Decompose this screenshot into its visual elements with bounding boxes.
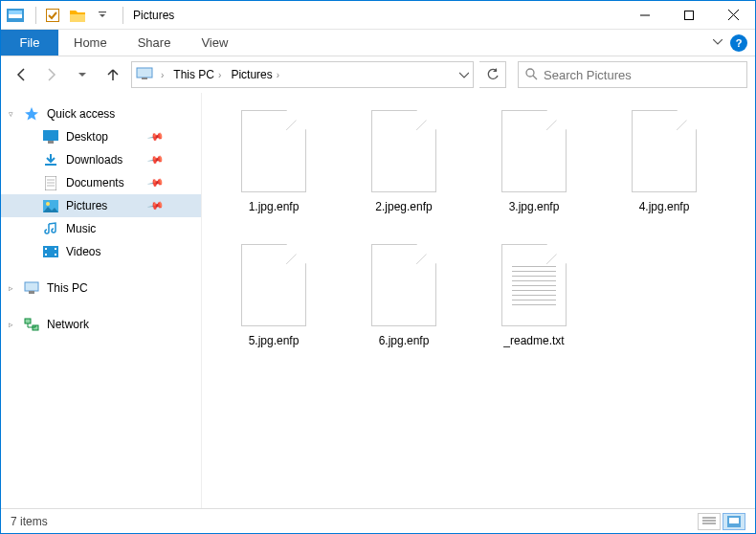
breadcrumb[interactable]: › — [159, 70, 166, 80]
breadcrumb-pictures[interactable]: Pictures› — [229, 68, 281, 81]
qat-dropdown-icon[interactable] — [92, 5, 113, 26]
file-item[interactable]: _readme.txt — [472, 244, 596, 368]
pin-icon: 📌 — [147, 128, 166, 146]
file-label: 5.jpg.enfp — [249, 334, 300, 347]
pictures-icon — [43, 198, 58, 213]
svg-point-11 — [526, 69, 534, 77]
window-controls — [623, 1, 755, 30]
pc-icon — [136, 67, 153, 83]
svg-rect-4 — [99, 11, 106, 12]
svg-rect-23 — [45, 248, 47, 250]
sidebar-quick-access[interactable]: ▿ Quick access — [1, 102, 201, 125]
svg-rect-10 — [142, 78, 147, 79]
help-icon[interactable]: ? — [730, 34, 747, 52]
properties-checkbox-icon[interactable] — [42, 5, 63, 26]
file-item[interactable]: 5.jpg.enfp — [211, 244, 336, 368]
qat-divider — [35, 7, 36, 24]
music-icon — [43, 221, 58, 236]
file-item[interactable]: 4.jpg.enfp — [602, 110, 726, 234]
file-tab[interactable]: File — [1, 30, 58, 56]
body: ▿ Quick access Desktop 📌 Downloads 📌 Doc… — [1, 93, 755, 508]
sidebar-item-videos[interactable]: Videos — [1, 240, 201, 263]
desktop-icon — [43, 129, 58, 145]
tab-share[interactable]: Share — [122, 30, 187, 56]
svg-rect-27 — [25, 282, 38, 291]
unknown-file-icon — [241, 110, 306, 192]
sidebar-item-music[interactable]: Music — [1, 217, 201, 240]
file-item[interactable]: 3.jpg.enfp — [472, 110, 596, 234]
unknown-file-icon — [371, 110, 436, 192]
view-toggle — [698, 513, 745, 530]
svg-rect-38 — [729, 518, 739, 523]
unknown-file-icon — [632, 110, 697, 192]
sidebar-network[interactable]: ▹ Network — [1, 313, 201, 336]
file-item[interactable]: 2.jpeg.enfp — [342, 110, 466, 234]
file-item[interactable]: 1.jpg.enfp — [211, 110, 336, 234]
file-label: _readme.txt — [503, 334, 564, 347]
sidebar-item-label: Network — [47, 318, 89, 331]
unknown-file-icon — [371, 244, 436, 326]
maximize-button[interactable] — [667, 1, 711, 30]
refresh-button[interactable] — [479, 61, 506, 88]
sidebar-item-label: Pictures — [66, 199, 107, 212]
documents-icon — [43, 175, 58, 190]
sidebar-this-pc[interactable]: ▹ This PC — [1, 277, 201, 300]
svg-rect-3 — [47, 9, 59, 21]
thumbnails-view-button[interactable] — [723, 513, 745, 530]
file-label: 1.jpg.enfp — [249, 200, 300, 213]
ribbon: File Home Share View ? — [1, 30, 755, 56]
tab-view[interactable]: View — [186, 30, 243, 56]
sidebar-item-label: This PC — [47, 281, 88, 295]
title-bar: Pictures — [1, 1, 755, 30]
content-area[interactable]: 1.jpg.enfp2.jpeg.enfp3.jpg.enfp4.jpg.enf… — [202, 93, 755, 508]
breadcrumb-this-pc[interactable]: This PC› — [171, 68, 223, 81]
file-item[interactable]: 6.jpg.enfp — [342, 244, 466, 368]
pin-icon: 📌 — [147, 151, 166, 169]
downloads-icon — [43, 152, 58, 167]
search-input[interactable] — [544, 68, 741, 82]
up-button[interactable] — [100, 62, 125, 87]
expand-ribbon-icon[interactable] — [713, 36, 723, 50]
minimize-button[interactable] — [623, 1, 667, 30]
sidebar-item-desktop[interactable]: Desktop 📌 — [1, 125, 201, 148]
details-view-button[interactable] — [698, 513, 721, 530]
tab-home[interactable]: Home — [58, 30, 122, 56]
recent-locations-icon[interactable] — [70, 62, 95, 87]
address-bar[interactable]: › This PC› Pictures› — [131, 61, 474, 88]
svg-rect-14 — [48, 141, 54, 144]
sidebar-item-label: Music — [66, 222, 96, 235]
window-title: Pictures — [133, 9, 174, 22]
chevron-right-icon: ▹ — [9, 320, 13, 329]
chevron-down-icon: ▿ — [9, 109, 13, 119]
sidebar-item-pictures[interactable]: Pictures 📌 — [1, 194, 201, 217]
svg-rect-28 — [29, 291, 34, 294]
text-file-icon — [501, 244, 567, 326]
file-label: 4.jpg.enfp — [639, 200, 690, 213]
ribbon-right: ? — [713, 30, 755, 56]
file-label: 3.jpg.enfp — [509, 200, 560, 213]
sidebar-item-label: Desktop — [66, 130, 108, 144]
sidebar-item-label: Documents — [66, 176, 124, 189]
svg-rect-15 — [45, 164, 56, 166]
chevron-right-icon: › — [277, 70, 279, 80]
forward-button[interactable] — [39, 62, 64, 87]
chevron-right-icon: › — [218, 70, 221, 80]
close-button[interactable] — [711, 1, 755, 30]
chevron-right-icon: › — [161, 70, 164, 80]
pc-icon — [24, 280, 39, 296]
explorer-icon[interactable] — [5, 5, 26, 26]
unknown-file-icon — [241, 244, 306, 326]
search-box[interactable] — [518, 61, 747, 88]
address-dropdown-icon[interactable] — [459, 68, 469, 81]
sidebar-item-documents[interactable]: Documents 📌 — [1, 171, 201, 194]
sidebar-item-label: Downloads — [66, 153, 122, 167]
back-button[interactable] — [9, 62, 33, 87]
file-label: 6.jpg.enfp — [379, 334, 430, 347]
pin-icon: 📌 — [147, 174, 166, 192]
unknown-file-icon — [501, 110, 567, 192]
sidebar-item-downloads[interactable]: Downloads 📌 — [1, 148, 201, 171]
folder-qat-icon[interactable] — [67, 5, 88, 26]
sidebar: ▿ Quick access Desktop 📌 Downloads 📌 Doc… — [1, 93, 202, 508]
svg-point-21 — [46, 202, 50, 206]
qat-divider — [122, 7, 123, 24]
